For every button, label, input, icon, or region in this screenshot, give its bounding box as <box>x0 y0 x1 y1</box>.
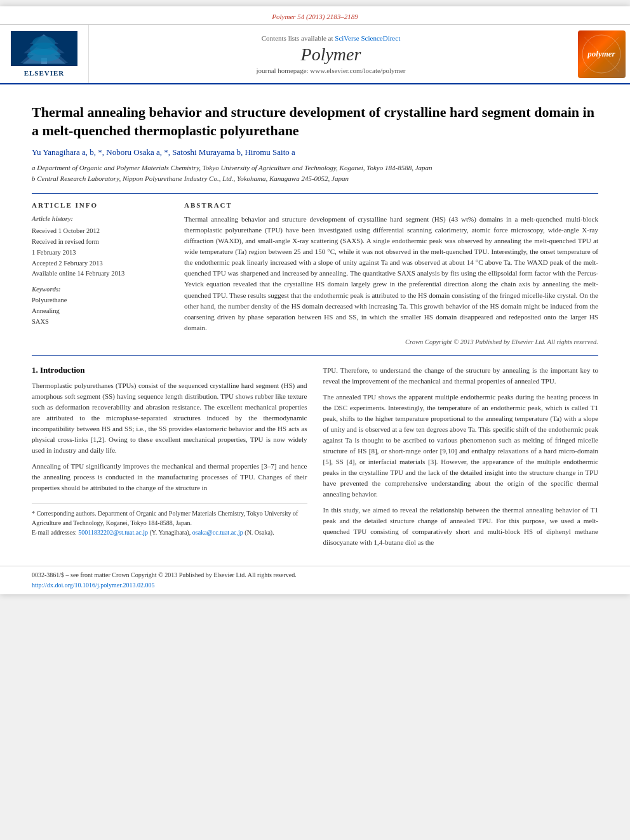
keyword-1: Polyurethane <box>32 295 171 306</box>
page: Polymer 54 (2013) 2183–2189 ELSEVIER <box>0 6 630 594</box>
section-divider <box>32 355 598 356</box>
polymer-badge-area: polymer <box>573 25 630 83</box>
revised-date: 1 February 2013 <box>32 248 171 258</box>
abstract-panel: ABSTRACT Thermal annealing behavior and … <box>184 201 598 345</box>
body-col-left: 1. Introduction Thermoplastic polyuretha… <box>32 365 307 554</box>
journal-homepage: journal homepage: www.elsevier.com/locat… <box>256 67 405 74</box>
intro-para-4: The annealed TPU shows the apparent mult… <box>323 392 599 500</box>
body-col-right: TPU. Therefore, to understand the change… <box>323 365 599 554</box>
abstract-title: ABSTRACT <box>184 201 598 209</box>
corresponding-footnote: * Corresponding authors. Department of O… <box>32 509 307 528</box>
elsevier-emblem <box>11 31 77 69</box>
article-title: Thermal annealing behavior and structure… <box>32 103 598 140</box>
email-2[interactable]: osaka@cc.tuat.ac.jp <box>192 529 243 536</box>
publisher-logo-area: ELSEVIER <box>0 25 89 83</box>
journal-volume: Polymer 54 (2013) 2183–2189 <box>272 13 358 20</box>
sciverse-text: Contents lists available at SciVerse Sci… <box>262 34 400 42</box>
body-section: 1. Introduction Thermoplastic polyuretha… <box>32 365 598 554</box>
top-bar: Polymer 54 (2013) 2183–2189 <box>0 6 630 25</box>
polymer-badge-text: polymer <box>587 49 615 59</box>
intro-para-2: Annealing of TPU significantly improves … <box>32 461 307 493</box>
email-1-name: (Y. Yanagihara), <box>149 529 191 536</box>
journal-title-area: Contents lists available at SciVerse Sci… <box>89 25 573 83</box>
doi-link[interactable]: http://dx.doi.org/10.1016/j.polymer.2013… <box>32 580 598 590</box>
journal-header: ELSEVIER Contents lists available at Sci… <box>0 25 630 84</box>
email-2-name: (N. Osaka). <box>245 529 274 536</box>
affiliation-a: a Department of Organic and Polymer Mate… <box>32 163 598 173</box>
intro-title: 1. Introduction <box>32 365 307 375</box>
intro-para-1: Thermoplastic polyurethanes (TPUs) consi… <box>32 380 307 456</box>
keyword-3: SAXS <box>32 317 171 328</box>
article-info-title: ARTICLE INFO <box>32 201 171 209</box>
abstract-body: Thermal annealing behavior and structure… <box>184 214 598 333</box>
received-revised-label: Received in revised form <box>32 237 171 248</box>
sciverse-link[interactable]: SciVerse ScienceDirect <box>335 34 400 42</box>
keywords-label: Keywords: <box>32 286 171 293</box>
article-info-panel: ARTICLE INFO Article history: Received 1… <box>32 201 171 345</box>
affiliation-b: b Central Research Laboratory, Nippon Po… <box>32 173 598 184</box>
info-abstract-section: ARTICLE INFO Article history: Received 1… <box>32 193 598 345</box>
intro-para-3: TPU. Therefore, to understand the change… <box>323 365 599 387</box>
footnote-area: * Corresponding authors. Department of O… <box>32 503 307 537</box>
journal-title: Polymer <box>301 44 361 65</box>
email-1[interactable]: 50011832202@st.tuat.ac.jp <box>78 529 148 536</box>
elsevier-label: ELSEVIER <box>24 69 65 77</box>
accepted-date: Accepted 2 February 2013 <box>32 258 171 269</box>
available-date: Available online 14 February 2013 <box>32 269 171 279</box>
received-date: Received 1 October 2012 <box>32 226 171 237</box>
bottom-bar: 0032-3861/$ – see front matter Crown Cop… <box>0 566 630 594</box>
intro-para-5: In this study, we aimed to reveal the re… <box>323 505 599 548</box>
main-content: Thermal annealing behavior and structure… <box>0 84 630 566</box>
authors-line: Yu Yanagihara a, b, *, Noboru Osaka a, *… <box>32 147 598 157</box>
article-history-label: Article history: <box>32 215 171 222</box>
elsevier-logo: ELSEVIER <box>11 31 77 77</box>
email-footnote: E-mail addresses: 50011832202@st.tuat.ac… <box>32 528 307 537</box>
keyword-2: Annealing <box>32 306 171 317</box>
polymer-badge: polymer <box>578 30 626 78</box>
copyright-line: Crown Copyright © 2013 Published by Else… <box>184 338 598 345</box>
keywords-section: Keywords: Polyurethane Annealing SAXS <box>32 286 171 327</box>
affiliations: a Department of Organic and Polymer Mate… <box>32 163 598 183</box>
issn-line: 0032-3861/$ – see front matter Crown Cop… <box>32 570 598 580</box>
svg-point-6 <box>27 49 60 62</box>
email-label: E-mail addresses: <box>32 529 77 536</box>
